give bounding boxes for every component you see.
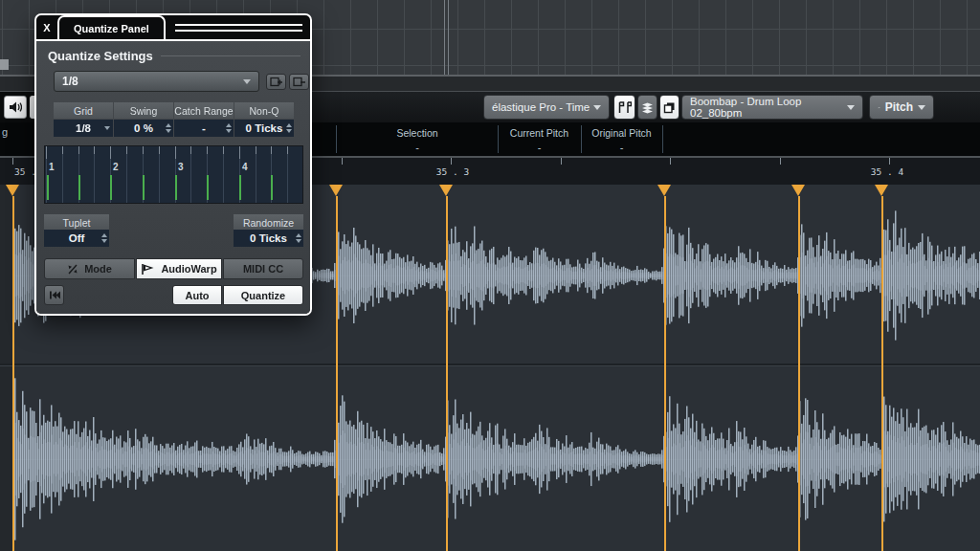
rewind-reset-icon xyxy=(49,291,60,299)
remove-preset-button[interactable] xyxy=(289,74,309,90)
quantize-panel-tab[interactable]: Quantize Panel xyxy=(57,15,166,39)
tuplet-value-field[interactable]: Off xyxy=(44,230,109,247)
spinner-icon[interactable] xyxy=(101,233,107,243)
grid-line xyxy=(404,0,405,75)
catch-range-value-field[interactable]: - xyxy=(174,120,234,137)
grid-line xyxy=(806,0,807,75)
swing-column-header: Swing xyxy=(114,102,173,119)
drag-grip[interactable] xyxy=(175,23,302,32)
ruler-label: 35 . 4 xyxy=(871,166,903,177)
grid-line xyxy=(538,0,539,75)
grid-tick xyxy=(46,146,47,159)
grid-subdivision-line xyxy=(287,146,288,203)
warp-marker-handle[interactable] xyxy=(657,185,671,196)
non-q-value-field[interactable]: 0 Ticks xyxy=(234,120,294,137)
free-warp-tool-button[interactable] xyxy=(613,95,635,120)
grid-line xyxy=(672,0,673,75)
swing-value: 0 % xyxy=(134,122,153,134)
grid-line xyxy=(377,0,378,75)
spinner-icon[interactable] xyxy=(166,123,171,133)
audiowarp-flag-icon xyxy=(141,263,155,276)
warp-marker-line[interactable] xyxy=(12,196,14,551)
warp-marker-handle[interactable] xyxy=(875,185,888,196)
original-pitch-info: Original Pitch - xyxy=(581,122,662,156)
current-pitch-info: Current Pitch - xyxy=(498,122,581,156)
swing-value-field[interactable]: 0 % xyxy=(114,120,173,137)
grid-line xyxy=(967,0,968,75)
grid-tick xyxy=(190,146,191,154)
spinner-icon[interactable] xyxy=(296,233,301,243)
clip-name-value: Boombap - Drum Loop 02_80bpm xyxy=(690,96,847,119)
ruler-tick xyxy=(561,158,562,165)
randomize-value-field[interactable]: 0 Ticks xyxy=(234,230,303,247)
grid-tick xyxy=(223,146,224,154)
original-pitch-label: Original Pitch xyxy=(581,122,662,139)
divider xyxy=(662,125,663,153)
grid-tick xyxy=(143,146,144,154)
selection-value: - xyxy=(337,139,498,153)
cascade-pages-icon xyxy=(663,101,676,114)
warp-marker-handle[interactable] xyxy=(439,185,453,196)
auto-button[interactable]: Auto xyxy=(172,285,222,305)
close-button[interactable]: X xyxy=(36,22,57,33)
ruler-label: 35 . 3 xyxy=(436,166,469,177)
audiowarp-tab-label: AudioWarp xyxy=(161,263,216,275)
warp-marker-line[interactable] xyxy=(664,196,666,551)
selection-label: Selection xyxy=(337,122,498,139)
pitch-dropdown-button[interactable]: Pitch xyxy=(869,95,934,120)
quantize-panel-header[interactable]: X Quantize Panel xyxy=(36,15,310,39)
quantize-grid-display: 1234 xyxy=(44,145,303,204)
clip-selector-dropdown[interactable]: Boombap - Drum Loop 02_80bpm xyxy=(681,95,863,120)
mode-tab[interactable]: Mode xyxy=(44,258,135,279)
grid-subdivision-line xyxy=(94,146,95,203)
grid-line xyxy=(484,0,485,75)
reset-button[interactable] xyxy=(44,285,64,305)
mode-tab-label: Mode xyxy=(84,263,112,275)
grid-line xyxy=(779,0,780,75)
catch-range-value: - xyxy=(202,122,206,134)
quantize-grid-mark xyxy=(78,175,80,200)
warp-marker-handle[interactable] xyxy=(6,185,19,196)
spinner-icon[interactable] xyxy=(286,123,292,133)
quantize-apply-button[interactable]: Quantize xyxy=(223,285,303,305)
warp-algorithm-dropdown[interactable]: élastique Pro - Time xyxy=(483,95,610,120)
grid-tick xyxy=(207,146,208,154)
warp-marker-line[interactable] xyxy=(336,196,338,551)
grid-line xyxy=(725,0,726,75)
chevron-down-icon xyxy=(243,79,251,84)
midi-cc-tab[interactable]: MIDI CC xyxy=(223,258,303,279)
grid-line xyxy=(29,0,30,75)
ruler-tick xyxy=(342,158,343,165)
clip-editing-button[interactable] xyxy=(659,95,679,120)
warp-marker-line[interactable] xyxy=(446,196,448,551)
grid-value-dropdown[interactable]: 1/8 xyxy=(54,120,113,137)
audiowarp-tab[interactable]: AudioWarp xyxy=(136,258,222,279)
quantize-panel: X Quantize Panel Quantize Settings 1/8 G… xyxy=(34,13,312,316)
grid-beat-number: 3 xyxy=(178,162,184,172)
musical-mode-button[interactable] xyxy=(637,95,657,120)
grid-subdivision-line xyxy=(126,146,127,203)
grid-line xyxy=(565,0,566,75)
warp-marker-handle[interactable] xyxy=(329,185,343,196)
ruler-tick xyxy=(670,158,671,165)
layers-icon xyxy=(641,101,654,114)
ruler-tick xyxy=(780,158,781,165)
warp-marker-line[interactable] xyxy=(881,196,883,551)
store-preset-button[interactable] xyxy=(266,74,286,90)
quantize-mode-icon xyxy=(67,263,78,276)
quantize-preset-value: 1/8 xyxy=(62,75,78,88)
chevron-down-icon xyxy=(104,126,110,130)
warp-marker-handle[interactable] xyxy=(791,185,805,196)
spinner-icon[interactable] xyxy=(226,123,232,133)
warp-marker-line[interactable] xyxy=(798,196,800,551)
ruler-tick xyxy=(12,158,13,165)
quantize-grid-mark xyxy=(271,175,273,200)
grid-line xyxy=(859,0,860,75)
scrollbar-fragment[interactable] xyxy=(0,59,9,70)
non-q-value: 0 Ticks xyxy=(246,122,283,134)
grid-beat-number: 2 xyxy=(113,162,119,172)
quantize-grid-mark xyxy=(110,175,112,200)
quantize-preset-dropdown[interactable]: 1/8 xyxy=(54,71,259,92)
grid-subdivision-line xyxy=(159,146,160,203)
section-title-row: Quantize Settings xyxy=(48,49,301,63)
